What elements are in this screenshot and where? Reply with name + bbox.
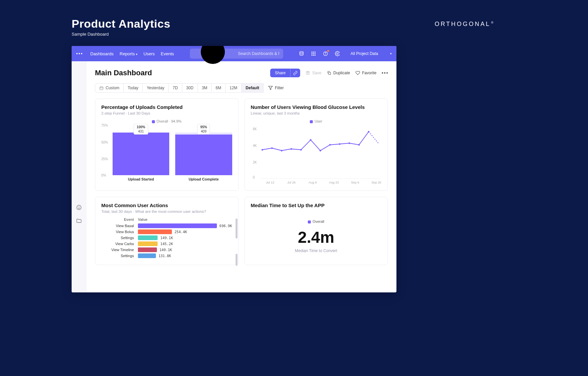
- seg-today[interactable]: Today: [124, 83, 143, 93]
- svg-point-14: [77, 205, 81, 210]
- svg-point-4: [315, 52, 315, 52]
- row-label: View Timeline: [101, 248, 138, 252]
- settings-icon[interactable]: [334, 51, 340, 57]
- svg-text:Sep 6: Sep 6: [351, 181, 359, 184]
- funnel-legend: Overall · 94.9%: [101, 119, 232, 123]
- table-row: View Basal 696.9K: [101, 223, 232, 228]
- funnel-bar: 95%409: [175, 125, 232, 175]
- svg-rect-17: [306, 71, 309, 74]
- svg-point-10: [315, 55, 315, 56]
- row-value: 145.2K: [160, 242, 173, 246]
- svg-point-33: [329, 144, 331, 146]
- svg-text:Jul 26: Jul 26: [287, 181, 295, 184]
- svg-point-6: [313, 53, 314, 54]
- svg-point-32: [319, 150, 321, 152]
- seg-yesterday[interactable]: Yesterday: [143, 83, 169, 93]
- svg-point-30: [300, 149, 302, 151]
- svg-text:0: 0: [253, 176, 255, 179]
- card-subtitle: Linear, unique, last 3 months: [251, 111, 382, 115]
- nav-events[interactable]: Events: [161, 51, 174, 56]
- funnel-chart: 75% 50% 25% 0% 100%431 95%409: [101, 125, 232, 175]
- duplicate-button[interactable]: Duplicate: [327, 71, 350, 75]
- card-funnel: Percentage of Uploads Completed 2-step F…: [95, 99, 239, 191]
- svg-point-27: [271, 147, 273, 149]
- row-value: 254.4K: [175, 230, 187, 234]
- search-bar[interactable]: [190, 49, 283, 59]
- nav-users[interactable]: Users: [144, 51, 155, 56]
- card-title: Percentage of Uploads Completed: [101, 104, 232, 110]
- table-row: View Timeline 140.1K: [101, 247, 232, 252]
- row-label: View Carbs: [101, 242, 138, 246]
- bar-label: 100%431: [134, 124, 148, 135]
- svg-text:4K: 4K: [253, 144, 257, 148]
- app-menu-icon[interactable]: [76, 53, 84, 54]
- folder-icon[interactable]: [76, 218, 82, 224]
- save-button[interactable]: Save: [305, 71, 321, 75]
- filter-button[interactable]: Filter: [268, 86, 284, 90]
- svg-point-5: [312, 53, 312, 54]
- seg-3m[interactable]: 3M: [198, 83, 212, 93]
- scrollbar[interactable]: [236, 218, 238, 238]
- row-label: Settings: [101, 254, 138, 258]
- notification-badge: [327, 50, 329, 52]
- outer-title: Product Analytics: [72, 17, 170, 30]
- seg-default[interactable]: Default: [242, 83, 264, 93]
- database-icon[interactable]: [298, 51, 304, 57]
- card-line: Number of Users Viewing Blood Glucose Le…: [245, 99, 388, 191]
- svg-point-3: [313, 52, 314, 52]
- row-bar: [138, 229, 172, 234]
- svg-rect-20: [100, 87, 103, 90]
- svg-point-35: [348, 142, 350, 144]
- date-range-bar: Custom Today Yesterday 7D 30D 3M 6M 12M …: [95, 83, 388, 93]
- share-button[interactable]: Share: [270, 69, 290, 77]
- scrollbar[interactable]: [236, 254, 238, 266]
- top-nav: Dashboards Reports▾ Users Events All Pro…: [72, 46, 396, 61]
- card-title: Most Common User Actions: [101, 202, 232, 208]
- seg-30d[interactable]: 30D: [182, 83, 198, 93]
- project-selector[interactable]: All Project Data▾: [350, 51, 392, 56]
- search-input[interactable]: [238, 51, 279, 56]
- app-window: Dashboards Reports▾ Users Events All Pro…: [72, 46, 396, 292]
- brand-logo: ORTHOGONAL®: [435, 21, 495, 28]
- more-menu-icon[interactable]: [382, 72, 388, 74]
- row-bar: [138, 241, 158, 246]
- row-label: View Basal: [101, 224, 138, 228]
- outer-subtitle: Sample Dashboard: [72, 32, 170, 37]
- seg-6m[interactable]: 6M: [212, 83, 226, 93]
- seg-7d[interactable]: 7D: [169, 83, 182, 93]
- line-legend: User: [251, 119, 382, 123]
- help-icon[interactable]: [322, 51, 328, 57]
- table-row: Settings 149.1K: [101, 235, 232, 240]
- share-link-button[interactable]: [290, 69, 300, 77]
- svg-text:6K: 6K: [253, 127, 257, 131]
- page-title: Main Dashboard: [95, 69, 152, 77]
- seg-12m[interactable]: 12M: [226, 83, 242, 93]
- funnel-bar: 100%431: [113, 125, 169, 175]
- svg-text:Jul 12: Jul 12: [266, 181, 274, 184]
- nav-reports[interactable]: Reports▾: [120, 51, 138, 56]
- svg-point-13: [337, 53, 338, 54]
- table-row: Settings 131.8K: [101, 253, 232, 258]
- svg-point-37: [368, 131, 369, 133]
- row-label: View Bolus: [101, 230, 138, 234]
- svg-point-18: [307, 73, 309, 74]
- side-rail: [72, 61, 86, 292]
- apps-grid-icon[interactable]: [310, 51, 316, 57]
- nav-dashboards[interactable]: Dashboards: [90, 51, 114, 56]
- seg-custom[interactable]: Custom: [95, 83, 124, 93]
- table-row: View Carbs 145.2K: [101, 241, 232, 246]
- col-value: Value: [138, 217, 148, 221]
- favorite-button[interactable]: Favorite: [355, 71, 376, 75]
- card-subtitle: Total, last 30 days · What are the most …: [101, 209, 232, 213]
- col-event: Event: [101, 217, 138, 221]
- svg-point-8: [312, 55, 312, 56]
- svg-text:2K: 2K: [253, 161, 257, 164]
- emoji-icon[interactable]: [76, 204, 82, 210]
- svg-text:Aug 23: Aug 23: [329, 181, 339, 184]
- svg-point-12: [325, 55, 326, 55]
- svg-point-34: [339, 143, 340, 145]
- svg-rect-19: [328, 72, 330, 74]
- row-label: Settings: [101, 236, 138, 240]
- median-value: 2.4m: [251, 228, 382, 246]
- row-bar: [138, 247, 157, 252]
